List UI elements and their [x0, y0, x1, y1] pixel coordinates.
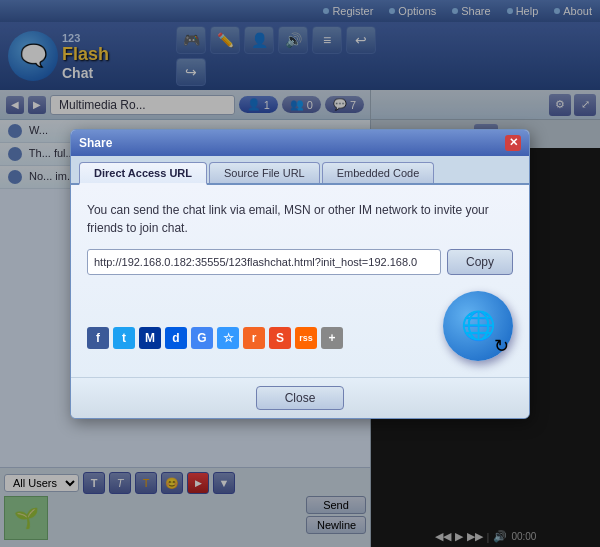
delicious-icon[interactable]: ☆: [217, 327, 239, 349]
modal-tabs: Direct Access URL Source File URL Embedd…: [71, 156, 529, 185]
digg-icon[interactable]: d: [165, 327, 187, 349]
twitter-icon[interactable]: t: [113, 327, 135, 349]
url-input[interactable]: [87, 249, 441, 275]
share-modal: Share ✕ Direct Access URL Source File UR…: [70, 129, 530, 419]
modal-titlebar: Share ✕: [71, 130, 529, 156]
url-row: Copy: [87, 249, 513, 275]
myspace-icon[interactable]: M: [139, 327, 161, 349]
modal-body: You can send the chat link via email, MS…: [71, 185, 529, 377]
facebook-icon[interactable]: f: [87, 327, 109, 349]
tab-source-file[interactable]: Source File URL: [209, 162, 320, 183]
copy-button[interactable]: Copy: [447, 249, 513, 275]
modal-title: Share: [79, 136, 112, 150]
modal-overlay: Share ✕ Direct Access URL Source File UR…: [0, 0, 600, 547]
modal-footer: Close: [71, 377, 529, 418]
modal-close-button[interactable]: ✕: [505, 135, 521, 151]
more-icon[interactable]: +: [321, 327, 343, 349]
reddit-icon[interactable]: r: [243, 327, 265, 349]
rss-icon[interactable]: rss: [295, 327, 317, 349]
stumbleupon-icon[interactable]: S: [269, 327, 291, 349]
tab-direct-access[interactable]: Direct Access URL: [79, 162, 207, 185]
globe-icon: 🌐↻: [443, 291, 513, 361]
social-icons: f t M d G ☆ r S rss +: [87, 327, 343, 349]
google-icon[interactable]: G: [191, 327, 213, 349]
modal-description: You can send the chat link via email, MS…: [87, 201, 513, 237]
close-button[interactable]: Close: [256, 386, 345, 410]
tab-embedded-code[interactable]: Embedded Code: [322, 162, 435, 183]
